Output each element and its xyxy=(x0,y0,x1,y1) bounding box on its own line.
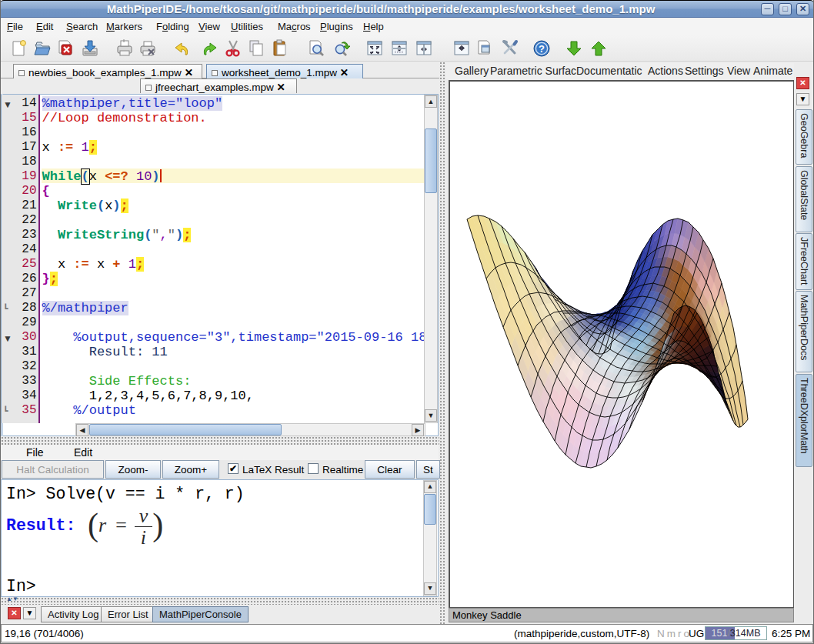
svg-text:?: ? xyxy=(539,43,545,55)
